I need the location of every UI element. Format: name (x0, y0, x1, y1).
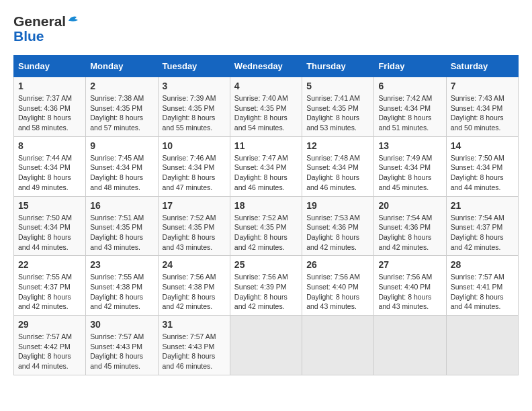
calendar-cell: 21 Sunrise: 7:54 AM Sunset: 4:37 PM Dayl… (446, 196, 518, 256)
calendar-cell: 2 Sunrise: 7:38 AM Sunset: 4:35 PM Dayli… (86, 77, 158, 137)
day-number: 16 (90, 200, 153, 211)
day-number: 4 (234, 81, 298, 91)
day-number: 1 (18, 81, 81, 91)
day-info: Sunrise: 7:50 AM Sunset: 4:34 PM Dayligh… (18, 213, 81, 253)
calendar-cell: 27 Sunrise: 7:56 AM Sunset: 4:40 PM Dayl… (374, 256, 446, 316)
calendar-cell: 25 Sunrise: 7:56 AM Sunset: 4:39 PM Dayl… (230, 256, 302, 316)
day-number: 5 (306, 81, 369, 91)
col-header-tuesday: Tuesday (158, 56, 230, 77)
day-number: 9 (90, 140, 153, 151)
day-number: 3 (163, 81, 226, 91)
calendar-cell: 29 Sunrise: 7:57 AM Sunset: 4:42 PM Dayl… (14, 316, 86, 375)
day-number: 18 (234, 200, 298, 211)
calendar-cell: 12 Sunrise: 7:48 AM Sunset: 4:34 PM Dayl… (302, 136, 374, 196)
day-number: 19 (306, 200, 369, 211)
page-header: General Blue (13, 13, 519, 44)
calendar-cell: 5 Sunrise: 7:41 AM Sunset: 4:35 PM Dayli… (302, 77, 374, 137)
calendar-cell (374, 316, 446, 375)
day-number: 26 (306, 259, 369, 270)
day-info: Sunrise: 7:50 AM Sunset: 4:34 PM Dayligh… (451, 153, 514, 193)
day-number: 23 (90, 259, 153, 270)
col-header-thursday: Thursday (302, 56, 374, 77)
day-number: 27 (378, 259, 441, 270)
day-info: Sunrise: 7:51 AM Sunset: 4:35 PM Dayligh… (90, 213, 153, 253)
day-number: 6 (378, 81, 441, 91)
calendar-cell: 26 Sunrise: 7:56 AM Sunset: 4:40 PM Dayl… (302, 256, 374, 316)
day-info: Sunrise: 7:37 AM Sunset: 4:36 PM Dayligh… (18, 93, 81, 133)
day-info: Sunrise: 7:54 AM Sunset: 4:36 PM Dayligh… (378, 213, 441, 253)
day-number: 10 (163, 140, 226, 151)
calendar-cell: 31 Sunrise: 7:57 AM Sunset: 4:43 PM Dayl… (158, 316, 230, 375)
day-number: 15 (18, 200, 81, 211)
day-info: Sunrise: 7:52 AM Sunset: 4:35 PM Dayligh… (163, 213, 226, 253)
day-number: 21 (451, 200, 514, 211)
day-info: Sunrise: 7:49 AM Sunset: 4:34 PM Dayligh… (378, 153, 441, 193)
day-info: Sunrise: 7:40 AM Sunset: 4:35 PM Dayligh… (234, 93, 298, 133)
bird-icon (67, 14, 82, 26)
calendar-cell (230, 316, 302, 375)
calendar-cell: 17 Sunrise: 7:52 AM Sunset: 4:35 PM Dayl… (158, 196, 230, 256)
day-info: Sunrise: 7:57 AM Sunset: 4:42 PM Dayligh… (18, 332, 81, 371)
col-header-monday: Monday (86, 56, 158, 77)
day-info: Sunrise: 7:46 AM Sunset: 4:34 PM Dayligh… (163, 153, 226, 193)
day-number: 31 (163, 319, 226, 330)
calendar-cell (446, 316, 518, 375)
day-info: Sunrise: 7:41 AM Sunset: 4:35 PM Dayligh… (306, 93, 369, 133)
calendar-cell: 11 Sunrise: 7:47 AM Sunset: 4:34 PM Dayl… (230, 136, 302, 196)
day-number: 12 (306, 140, 369, 151)
calendar-cell: 9 Sunrise: 7:45 AM Sunset: 4:34 PM Dayli… (86, 136, 158, 196)
calendar-cell: 10 Sunrise: 7:46 AM Sunset: 4:34 PM Dayl… (158, 136, 230, 196)
day-number: 28 (451, 259, 514, 270)
calendar-week-4: 22 Sunrise: 7:55 AM Sunset: 4:37 PM Dayl… (14, 256, 519, 316)
day-number: 25 (234, 259, 298, 270)
day-info: Sunrise: 7:38 AM Sunset: 4:35 PM Dayligh… (90, 93, 153, 133)
calendar-cell: 20 Sunrise: 7:54 AM Sunset: 4:36 PM Dayl… (374, 196, 446, 256)
calendar-cell: 8 Sunrise: 7:44 AM Sunset: 4:34 PM Dayli… (14, 136, 86, 196)
day-number: 14 (451, 140, 514, 151)
calendar-table: SundayMondayTuesdayWednesdayThursdayFrid… (13, 55, 519, 375)
day-info: Sunrise: 7:57 AM Sunset: 4:43 PM Dayligh… (90, 332, 153, 371)
calendar-cell: 1 Sunrise: 7:37 AM Sunset: 4:36 PM Dayli… (14, 77, 86, 137)
calendar-cell: 19 Sunrise: 7:53 AM Sunset: 4:36 PM Dayl… (302, 196, 374, 256)
calendar-cell: 23 Sunrise: 7:55 AM Sunset: 4:38 PM Dayl… (86, 256, 158, 316)
day-number: 24 (163, 259, 226, 270)
calendar-week-5: 29 Sunrise: 7:57 AM Sunset: 4:42 PM Dayl… (14, 316, 519, 375)
col-header-wednesday: Wednesday (230, 56, 302, 77)
calendar-cell: 30 Sunrise: 7:57 AM Sunset: 4:43 PM Dayl… (86, 316, 158, 375)
day-number: 2 (90, 81, 153, 91)
day-info: Sunrise: 7:57 AM Sunset: 4:41 PM Dayligh… (451, 272, 514, 312)
day-info: Sunrise: 7:56 AM Sunset: 4:40 PM Dayligh… (306, 272, 369, 312)
day-number: 8 (18, 140, 81, 151)
day-number: 20 (378, 200, 441, 211)
calendar-cell: 3 Sunrise: 7:39 AM Sunset: 4:35 PM Dayli… (158, 77, 230, 137)
calendar-cell (302, 316, 374, 375)
day-number: 7 (451, 81, 514, 91)
day-number: 30 (90, 319, 153, 330)
calendar-cell: 16 Sunrise: 7:51 AM Sunset: 4:35 PM Dayl… (86, 196, 158, 256)
calendar-cell: 22 Sunrise: 7:55 AM Sunset: 4:37 PM Dayl… (14, 256, 86, 316)
logo: General Blue (13, 13, 82, 44)
day-info: Sunrise: 7:53 AM Sunset: 4:36 PM Dayligh… (306, 213, 369, 253)
day-info: Sunrise: 7:42 AM Sunset: 4:34 PM Dayligh… (378, 93, 441, 133)
calendar-header-row: SundayMondayTuesdayWednesdayThursdayFrid… (14, 56, 519, 77)
day-info: Sunrise: 7:56 AM Sunset: 4:38 PM Dayligh… (163, 272, 226, 312)
day-info: Sunrise: 7:39 AM Sunset: 4:35 PM Dayligh… (163, 93, 226, 133)
day-info: Sunrise: 7:47 AM Sunset: 4:34 PM Dayligh… (234, 153, 298, 193)
day-info: Sunrise: 7:44 AM Sunset: 4:34 PM Dayligh… (18, 153, 81, 193)
calendar-cell: 13 Sunrise: 7:49 AM Sunset: 4:34 PM Dayl… (374, 136, 446, 196)
calendar-cell: 7 Sunrise: 7:43 AM Sunset: 4:34 PM Dayli… (446, 77, 518, 137)
day-info: Sunrise: 7:55 AM Sunset: 4:38 PM Dayligh… (90, 272, 153, 312)
calendar-week-1: 1 Sunrise: 7:37 AM Sunset: 4:36 PM Dayli… (14, 77, 519, 137)
day-number: 13 (378, 140, 441, 151)
calendar-cell: 28 Sunrise: 7:57 AM Sunset: 4:41 PM Dayl… (446, 256, 518, 316)
col-header-saturday: Saturday (446, 56, 518, 77)
calendar-cell: 15 Sunrise: 7:50 AM Sunset: 4:34 PM Dayl… (14, 196, 86, 256)
calendar-cell: 14 Sunrise: 7:50 AM Sunset: 4:34 PM Dayl… (446, 136, 518, 196)
day-number: 17 (163, 200, 226, 211)
day-info: Sunrise: 7:48 AM Sunset: 4:34 PM Dayligh… (306, 153, 369, 193)
calendar-week-2: 8 Sunrise: 7:44 AM Sunset: 4:34 PM Dayli… (14, 136, 519, 196)
day-info: Sunrise: 7:45 AM Sunset: 4:34 PM Dayligh… (90, 153, 153, 193)
calendar-cell: 4 Sunrise: 7:40 AM Sunset: 4:35 PM Dayli… (230, 77, 302, 137)
day-info: Sunrise: 7:43 AM Sunset: 4:34 PM Dayligh… (451, 93, 514, 133)
col-header-friday: Friday (374, 56, 446, 77)
